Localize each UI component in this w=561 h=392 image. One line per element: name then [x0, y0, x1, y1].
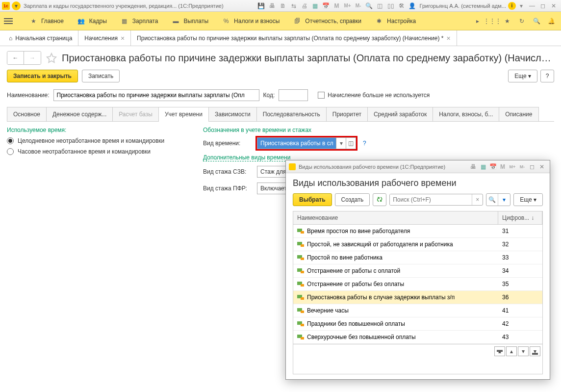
search-input[interactable] — [390, 194, 472, 205]
vid-vremeni-input[interactable] — [257, 138, 336, 149]
dropdown-icon[interactable]: ▾ — [336, 138, 346, 149]
subtab-raschet[interactable]: Расчет базы — [112, 107, 159, 121]
titlebar-tool-icon[interactable]: 🛠 — [396, 0, 407, 11]
nav-back-button[interactable]: ← — [7, 52, 24, 64]
titlebar-print-icon[interactable]: 🖶 — [267, 0, 278, 11]
col-code-header[interactable]: Цифров...↓ — [498, 211, 542, 224]
titlebar-mminus-icon[interactable]: M- — [353, 0, 364, 11]
radio-celodnevnoe[interactable]: Целодневное неотработанное время и коман… — [7, 137, 183, 144]
dialog-mplus-icon[interactable]: M+ — [508, 162, 517, 172]
grid-row[interactable]: Простой по вине работника33 — [293, 251, 542, 264]
favorite-icon[interactable]: ★ — [501, 15, 513, 27]
nav-forward-button[interactable]: → — [24, 52, 41, 64]
dialog-maximize-icon[interactable]: ◻ — [527, 162, 537, 172]
menu-zarplata[interactable]: ▦Зарплата — [114, 12, 165, 30]
item-icon — [297, 268, 304, 273]
scroll-up-icon[interactable]: ▴ — [506, 346, 517, 356]
menu-nastroyka[interactable]: ✱Настройка — [368, 12, 423, 30]
tab-home[interactable]: ⌂ Начальная страница — [3, 30, 78, 46]
additional-types-link[interactable]: Дополнительные виды времени — [203, 154, 290, 161]
titlebar-save-icon[interactable]: 💾 — [256, 0, 267, 11]
hamburger-icon[interactable] — [4, 14, 18, 28]
tab-priostanovka[interactable]: Приостановка работы по причине задержки … — [131, 30, 457, 46]
not-used-checkbox[interactable] — [318, 92, 325, 99]
dialog-print-icon[interactable]: 🖶 — [468, 162, 478, 172]
titlebar-windows-icon[interactable]: ▯▯ — [385, 0, 396, 11]
col-name-header[interactable]: Наименование — [293, 211, 498, 224]
titlebar-calc-icon[interactable]: ▦ — [310, 0, 321, 11]
search-options-icon[interactable]: ▾ — [498, 194, 510, 206]
menu-kadry[interactable]: 👥Кадры — [71, 12, 114, 30]
menu-main[interactable]: ★Главное — [23, 12, 71, 30]
titlebar-zoom-icon[interactable]: 🔍 — [364, 0, 375, 11]
search-icon[interactable]: 🔍 — [531, 15, 542, 27]
vid-vremeni-combo[interactable]: ▾ ◫ — [257, 137, 356, 149]
titlebar-preview-icon[interactable]: 🗎 — [278, 0, 288, 11]
dialog-m-icon[interactable]: M — [498, 162, 508, 172]
radio-chasovoe[interactable]: Часовое неотработанное время и командиро… — [7, 148, 183, 155]
open-icon[interactable]: ◫ — [346, 138, 356, 149]
grid-row[interactable]: Время простоя по вине работодателя31 — [293, 225, 542, 238]
grid-row[interactable]: Сверхурочные без повышенной оплаты43 — [293, 331, 542, 344]
window-minimize-icon[interactable]: — — [527, 0, 537, 11]
grid-row[interactable]: Отстранение от работы без оплаты35 — [293, 278, 542, 291]
titlebar-calendar-icon[interactable]: 📅 — [321, 0, 332, 11]
grid-row[interactable]: Праздники без повышенной оплаты42 — [293, 317, 542, 331]
dialog-titlebar: Виды использования рабочего времени (1С:… — [286, 160, 550, 173]
bell-icon[interactable]: 🔔 — [545, 15, 557, 27]
titlebar-info-icon[interactable]: i — [508, 2, 516, 10]
name-field[interactable] — [53, 89, 259, 101]
subtab-nalogi[interactable]: Налоги, взносы, б... — [433, 107, 499, 121]
save-close-button[interactable]: Записать и закрыть — [7, 70, 78, 82]
window-maximize-icon[interactable]: ◻ — [537, 0, 548, 11]
dialog-more-button[interactable]: Еще ▾ — [513, 193, 543, 206]
subtab-denezhnoe[interactable]: Денежное содерж... — [46, 107, 113, 121]
menu-nalogi[interactable]: %Налоги и взносы — [215, 12, 286, 30]
titlebar-info-dropdown-icon[interactable]: ▾ — [516, 0, 527, 11]
subtab-zavisimosti[interactable]: Зависимости — [208, 107, 257, 121]
grid-icon[interactable]: ⋮⋮⋮ — [486, 15, 498, 27]
titlebar-printer-icon[interactable]: 🖨 — [299, 0, 310, 11]
select-button[interactable]: Выбрать — [293, 193, 332, 206]
dialog-close-icon[interactable]: ✕ — [537, 162, 547, 172]
subtab-sredniy[interactable]: Средний заработок — [367, 107, 433, 121]
scroll-top-icon[interactable]: ▬▴ — [494, 346, 505, 356]
window-close-icon[interactable]: ✕ — [548, 0, 559, 11]
menu-vyplaty[interactable]: ▬Выплаты — [165, 12, 215, 30]
dialog-mminus-icon[interactable]: M- — [517, 162, 527, 172]
close-icon[interactable]: × — [121, 34, 125, 42]
titlebar-dropdown-icon[interactable]: ▾ — [12, 1, 21, 10]
menu-otchetnost[interactable]: 🗐Отчетность, справки — [286, 12, 368, 30]
history-icon[interactable]: ↻ — [516, 15, 528, 27]
code-field[interactable] — [279, 89, 308, 101]
titlebar-compare-icon[interactable]: ⇆ — [288, 0, 299, 11]
search-go-icon[interactable]: 🔍 — [486, 194, 498, 206]
grid-row[interactable]: Простой, не зависящий от работодателя и … — [293, 238, 542, 251]
subtab-uchet[interactable]: Учет времени — [158, 107, 209, 121]
tab-nachisleniya[interactable]: Начисления × — [78, 30, 131, 46]
subtab-prioritet[interactable]: Приоритет — [326, 107, 368, 121]
subtab-osnovnoe[interactable]: Основное — [7, 107, 47, 121]
help-button[interactable]: ? — [540, 70, 554, 82]
grid-row[interactable]: Вечерние часы41 — [293, 304, 542, 317]
titlebar-mplus-icon[interactable]: M+ — [342, 0, 353, 11]
close-icon[interactable]: × — [446, 34, 450, 42]
scroll-down-icon[interactable]: ▾ — [518, 346, 529, 356]
subtab-opisanie[interactable]: Описание — [499, 107, 538, 121]
help-icon[interactable]: ? — [363, 140, 366, 147]
refresh-icon[interactable]: 🗘 — [373, 193, 386, 206]
more-button[interactable]: Еще ▾ — [508, 70, 537, 82]
scroll-bottom-icon[interactable]: ▾▬ — [530, 346, 540, 356]
favorite-star-icon[interactable] — [46, 52, 57, 63]
save-button[interactable]: Записать — [82, 70, 120, 82]
grid-row[interactable]: Отстранение от работы с оплатой34 — [293, 264, 542, 278]
clear-search-icon[interactable]: × — [472, 194, 483, 205]
create-button[interactable]: Создать — [335, 193, 370, 206]
titlebar-m-icon[interactable]: M — [332, 0, 342, 11]
grid-row[interactable]: Приостановка работы в случае задержки вы… — [293, 291, 542, 304]
dialog-calendar-icon[interactable]: 📅 — [488, 162, 498, 172]
subtab-posledovatelnost[interactable]: Последовательность — [256, 107, 327, 121]
dialog-calc-icon[interactable]: ▦ — [478, 162, 488, 172]
menu-expand-icon[interactable]: ▸ — [472, 15, 484, 27]
titlebar-window-icon[interactable]: ◫ — [375, 0, 385, 11]
